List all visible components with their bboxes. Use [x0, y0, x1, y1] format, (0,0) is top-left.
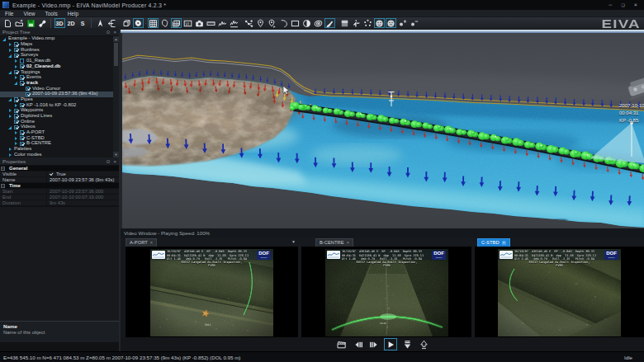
- tree-item[interactable]: Toppings: [0, 69, 119, 75]
- tree-item[interactable]: Example - Video.nmp: [0, 36, 119, 42]
- pin-icon[interactable]: ⊙: [106, 30, 110, 35]
- video-tab-a-port[interactable]: A-PORT×: [125, 238, 157, 247]
- tree-item[interactable]: Surveys: [0, 53, 119, 59]
- view-3d-button[interactable]: 3D: [54, 18, 65, 28]
- cube-3d-icon[interactable]: [121, 18, 132, 28]
- menu-view[interactable]: View: [18, 11, 40, 16]
- scroll-thumb[interactable]: [114, 43, 118, 66]
- tree-item[interactable]: Maps: [0, 42, 119, 48]
- step-forward-button[interactable]: [367, 338, 381, 350]
- tree-item[interactable]: 2007-10-09 23:57:36 (9m 43s): [0, 92, 119, 97]
- arc-curve-icon[interactable]: [278, 18, 289, 28]
- property-value[interactable]: True: [46, 172, 119, 176]
- property-row[interactable]: VisibleTrue: [0, 172, 119, 177]
- expand-icon[interactable]: [8, 148, 12, 152]
- grid-icon[interactable]: [148, 18, 159, 28]
- tree-item[interactable]: 02_Cleaned.db: [0, 63, 119, 69]
- view-s-button[interactable]: S: [78, 18, 88, 28]
- collapse-box-icon[interactable]: −: [1, 184, 5, 188]
- property-row[interactable]: End2007-10-10 00:07:19.000: [0, 195, 119, 200]
- connect-icon[interactable]: [37, 18, 48, 28]
- dtm-surface-icon[interactable]: [171, 18, 182, 28]
- collapse-icon[interactable]: [8, 125, 12, 129]
- tree-checkbox[interactable]: [20, 75, 24, 79]
- clapperboard-button[interactable]: [334, 338, 348, 350]
- tree-checkbox[interactable]: [14, 120, 18, 124]
- property-row[interactable]: Duration9m 43s: [0, 200, 119, 206]
- smiley-sad-icon[interactable]: [386, 18, 396, 28]
- tree-checkbox[interactable]: [14, 54, 18, 58]
- smiley-happy-icon[interactable]: [374, 18, 385, 28]
- scroll-down-icon[interactable]: ▼: [113, 152, 119, 157]
- tree-checkbox[interactable]: [14, 42, 18, 46]
- minimize-button[interactable]: –: [608, 2, 612, 8]
- tree-checkbox[interactable]: [20, 81, 24, 85]
- open-project-icon[interactable]: [14, 18, 25, 28]
- scroll-up-icon[interactable]: ▲: [113, 36, 119, 42]
- menu-file[interactable]: File: [0, 11, 18, 16]
- video-feed-a-port[interactable]: P041 16/10/07 436146.46 E KP -0.846 Dept…: [150, 249, 273, 336]
- pointer-hand-icon[interactable]: [351, 18, 362, 28]
- close-icon[interactable]: ×: [113, 30, 116, 35]
- seabed-blob-icon[interactable]: [133, 18, 144, 28]
- tree-checkbox[interactable]: [14, 125, 18, 129]
- property-value[interactable]: 9m 43s: [46, 200, 119, 205]
- map-region-icon[interactable]: [159, 18, 170, 28]
- tree-item[interactable]: KP -1.016 to KP -0.802: [0, 102, 119, 108]
- collapse-icon[interactable]: [2, 37, 7, 41]
- property-row[interactable]: Start2007-10-09 23:57:36.000: [0, 189, 119, 195]
- video-tab-c-stbd[interactable]: C-STBD×: [477, 238, 510, 247]
- tree-item[interactable]: Waypoints: [0, 108, 119, 114]
- expand-icon[interactable]: [8, 48, 12, 52]
- tree-checkbox[interactable]: [14, 114, 18, 118]
- tree-checkbox[interactable]: [26, 87, 30, 91]
- video-feed-b-centre[interactable]: LASER 16/10/07 436146.46 E KP -0.846 Dep…: [325, 249, 448, 336]
- profile-chart-icon[interactable]: [217, 18, 228, 28]
- speed-up-button[interactable]: [417, 338, 430, 350]
- tab-close-icon[interactable]: ×: [347, 241, 349, 246]
- tree-item[interactable]: Runlines: [0, 47, 119, 53]
- paint-brush-icon[interactable]: [324, 18, 335, 28]
- step-back-button[interactable]: [351, 338, 364, 350]
- expand-icon[interactable]: [14, 131, 18, 135]
- snapshot-camera-icon[interactable]: [194, 18, 205, 28]
- profile-chart-2-icon[interactable]: [229, 18, 239, 28]
- tree-item[interactable]: Events: [0, 75, 119, 81]
- point-add-icon[interactable]: [397, 18, 408, 28]
- collapse-icon[interactable]: [8, 70, 12, 74]
- tree-item[interactable]: A-PORT: [0, 130, 119, 136]
- expand-icon[interactable]: [14, 136, 18, 140]
- tree-checkbox[interactable]: [20, 64, 24, 68]
- menu-tools[interactable]: Tools: [40, 11, 62, 16]
- property-section[interactable]: −General: [0, 166, 119, 172]
- north-arrow-icon[interactable]: [95, 18, 106, 28]
- video-feed-c-stbd[interactable]: 16/10/07 436146.46 E KP -0.846 Depth 80.…: [498, 249, 621, 336]
- property-value[interactable]: 2007-10-09 23:57:36.000: [46, 189, 119, 194]
- collapse-box-icon[interactable]: −: [1, 167, 5, 171]
- close-button[interactable]: ×: [634, 2, 637, 8]
- collapse-icon[interactable]: [14, 81, 18, 85]
- tree-scrollbar[interactable]: ▲ ▼: [113, 36, 119, 157]
- save-icon[interactable]: [26, 18, 36, 28]
- palette-disc-icon[interactable]: [313, 18, 324, 28]
- view-2d-button[interactable]: 2D: [66, 18, 77, 28]
- expand-icon[interactable]: [8, 109, 12, 113]
- expand-icon[interactable]: [14, 59, 18, 63]
- tree-checkbox[interactable]: [14, 97, 18, 101]
- expand-icon[interactable]: [8, 114, 12, 118]
- collapse-icon[interactable]: [8, 97, 12, 101]
- property-value[interactable]: 2007-10-10 00:07:19.000: [46, 195, 119, 200]
- expand-icon[interactable]: [8, 43, 12, 47]
- tree-checkbox[interactable]: [14, 70, 18, 74]
- expand-icon[interactable]: [14, 103, 18, 107]
- video-tab-b-centre[interactable]: B-CENTRE×: [315, 238, 353, 247]
- expand-icon[interactable]: [14, 76, 18, 80]
- tree-checkbox[interactable]: [14, 109, 18, 113]
- property-section[interactable]: −Time: [0, 183, 119, 189]
- tree-item[interactable]: Videos: [0, 125, 119, 130]
- speed-down-button[interactable]: [400, 338, 414, 350]
- measure-ruler-icon[interactable]: [206, 18, 216, 28]
- property-value[interactable]: 2007-10-09 23:57:36 (9m 43s): [46, 177, 119, 182]
- menu-help[interactable]: Help: [63, 11, 83, 16]
- tab-close-icon[interactable]: ×: [502, 241, 506, 246]
